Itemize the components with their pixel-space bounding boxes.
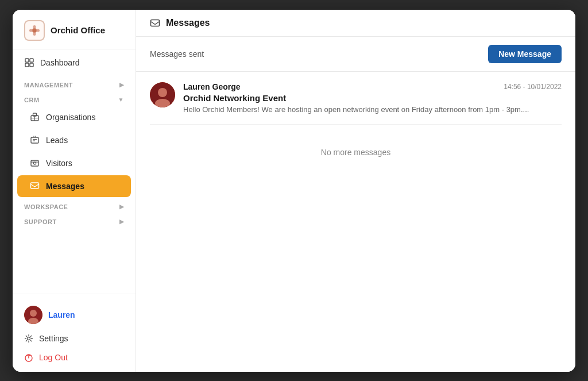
- logout-icon: [24, 352, 33, 362]
- section-workspace[interactable]: WORKSPACE ▶: [13, 198, 136, 213]
- logo-icon: [24, 20, 45, 41]
- svg-point-27: [158, 88, 167, 97]
- user-row[interactable]: Lauren: [13, 301, 136, 329]
- svg-point-2: [33, 32, 36, 36]
- main-content: Messages Messages sent New Message: [136, 10, 575, 372]
- messages-toolbar: Messages sent New Message: [136, 37, 575, 72]
- svg-rect-8: [30, 63, 33, 67]
- organisations-label: Organisations: [46, 113, 95, 122]
- chevron-right-icon-2: ▶: [119, 203, 125, 210]
- message-timestamp: 14:56 - 10/01/2022: [504, 83, 562, 91]
- svg-point-3: [29, 29, 33, 32]
- sidebar-item-organisations[interactable]: Organisations: [17, 106, 131, 128]
- svg-rect-19: [30, 183, 38, 188]
- sidebar-item-dashboard[interactable]: Dashboard: [13, 49, 136, 76]
- chevron-right-icon: ▶: [119, 82, 125, 88]
- svg-point-0: [32, 28, 37, 33]
- main-header: Messages: [136, 10, 575, 37]
- messages-list: Lauren George 14:56 - 10/01/2022 Orchid …: [136, 72, 575, 371]
- message-top-row: Lauren George 14:56 - 10/01/2022: [183, 82, 562, 91]
- svg-point-4: [36, 29, 40, 32]
- logout-label: Log Out: [39, 353, 68, 362]
- sidebar: Orchid Office Dashboard MANAGEMENT ▶ CRM…: [13, 10, 136, 372]
- app-name: Orchid Office: [51, 25, 105, 35]
- visitors-label: Visitors: [46, 159, 72, 168]
- avatar: [24, 306, 42, 324]
- message-content: Lauren George 14:56 - 10/01/2022 Orchid …: [183, 82, 562, 114]
- visitors-icon: [29, 157, 40, 169]
- message-item[interactable]: Lauren George 14:56 - 10/01/2022 Orchid …: [150, 72, 562, 125]
- user-name: Lauren: [48, 310, 75, 320]
- svg-rect-5: [25, 59, 29, 62]
- sidebar-bottom: Lauren Settings: [13, 294, 136, 372]
- logout-row[interactable]: Log Out: [13, 348, 136, 367]
- svg-rect-25: [151, 20, 160, 26]
- leads-icon: [29, 134, 40, 146]
- new-message-button[interactable]: New Message: [488, 45, 562, 63]
- message-avatar: [150, 82, 175, 107]
- chevron-down-icon: ▼: [118, 97, 124, 103]
- organisations-icon: [29, 111, 40, 123]
- chevron-right-icon-3: ▶: [119, 218, 125, 225]
- leads-label: Leads: [46, 136, 68, 145]
- section-support[interactable]: SUPPORT ▶: [13, 213, 136, 228]
- settings-row[interactable]: Settings: [13, 329, 136, 348]
- message-subject: Orchid Networking Event: [183, 93, 562, 103]
- sidebar-item-visitors[interactable]: Visitors: [17, 152, 131, 174]
- svg-rect-7: [25, 63, 29, 67]
- page-title: Messages: [166, 18, 210, 28]
- no-more-messages: No more messages: [150, 125, 562, 180]
- svg-point-21: [30, 310, 37, 317]
- svg-point-23: [28, 337, 30, 340]
- message-preview: Hello Orchid Members! We are hosting an …: [183, 105, 551, 114]
- svg-rect-13: [31, 137, 38, 143]
- messages-sent-label: Messages sent: [150, 49, 204, 59]
- section-crm[interactable]: CRM ▼: [13, 91, 136, 106]
- section-management[interactable]: MANAGEMENT ▶: [13, 76, 136, 91]
- message-sender: Lauren George: [183, 82, 241, 91]
- settings-label: Settings: [39, 334, 68, 343]
- messages-label: Messages: [46, 182, 84, 191]
- dashboard-icon: [24, 57, 34, 68]
- header-messages-icon: [150, 18, 160, 29]
- svg-rect-16: [31, 160, 38, 166]
- sidebar-logo[interactable]: Orchid Office: [13, 10, 136, 49]
- app-window: Orchid Office Dashboard MANAGEMENT ▶ CRM…: [13, 10, 575, 372]
- svg-rect-6: [30, 59, 33, 62]
- messages-icon: [29, 180, 40, 192]
- svg-point-1: [33, 25, 36, 29]
- sidebar-item-leads[interactable]: Leads: [17, 129, 131, 151]
- settings-icon: [24, 333, 33, 343]
- dashboard-label: Dashboard: [40, 58, 80, 67]
- sidebar-item-messages[interactable]: Messages: [17, 175, 131, 197]
